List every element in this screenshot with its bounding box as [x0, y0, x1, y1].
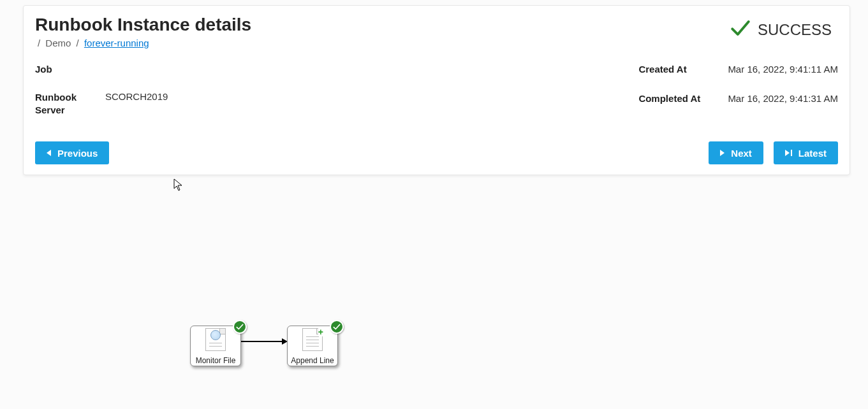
completed-at-value: Mar 16, 2022, 9:41:31 AM [728, 93, 838, 116]
previous-button[interactable]: Previous [35, 141, 109, 164]
success-badge-icon [233, 320, 247, 334]
created-at-value: Mar 16, 2022, 9:41:11 AM [728, 64, 838, 87]
breadcrumb-sep: / [38, 38, 40, 48]
arrow-connector [241, 341, 282, 342]
button-row: Previous Next Latest [35, 141, 838, 164]
triangle-left-icon [47, 150, 51, 156]
next-label: Next [731, 148, 752, 159]
status-badge: SUCCESS [730, 17, 832, 43]
next-button[interactable]: Next [709, 141, 763, 164]
runbook-server-label: Runbook Server [35, 91, 105, 116]
breadcrumb-sep: / [77, 38, 79, 48]
completed-at-label: Completed At [638, 93, 728, 116]
breadcrumb-item-demo[interactable]: Demo [45, 38, 71, 48]
details-card: Runbook Instance details / Demo / foreve… [23, 5, 850, 175]
file-monitor-icon [205, 328, 226, 351]
workflow-node-append-line[interactable]: + Append Line [287, 326, 338, 366]
triangle-right-icon [720, 150, 725, 156]
workflow-canvas[interactable]: Monitor File + Append Line [0, 175, 868, 409]
breadcrumb: / Demo / forever-running [35, 38, 838, 48]
runbook-server-value: SCORCH2019 [105, 91, 638, 116]
latest-label: Latest [798, 148, 827, 159]
node-label: Append Line [291, 357, 334, 364]
skip-end-icon [785, 150, 792, 156]
success-badge-icon [330, 320, 344, 334]
file-append-icon: + [302, 328, 323, 351]
created-at-label: Created At [638, 64, 728, 87]
node-label: Monitor File [196, 357, 236, 364]
job-label: Job [35, 64, 105, 75]
page-title: Runbook Instance details [35, 15, 838, 35]
breadcrumb-item-forever-running[interactable]: forever-running [84, 38, 149, 48]
workflow-node-monitor-file[interactable]: Monitor File [190, 326, 241, 366]
latest-button[interactable]: Latest [774, 141, 838, 164]
job-value [105, 64, 638, 75]
previous-label: Previous [57, 148, 98, 159]
status-text: SUCCESS [758, 21, 832, 39]
checkmark-icon [730, 17, 751, 43]
